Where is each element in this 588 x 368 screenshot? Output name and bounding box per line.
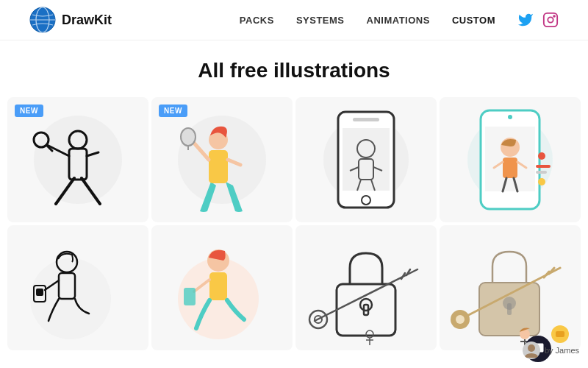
illustrations-grid: NEW NEW [0,97,588,350]
svg-point-82 [528,344,535,352]
svg-point-43 [538,152,545,160]
svg-rect-3 [544,13,557,26]
page-title-area: All free illustrations [0,40,588,97]
svg-point-6 [34,116,122,204]
illus-8 [444,225,576,350]
new-badge-1: NEW [15,105,43,117]
attribution-text: by James [545,346,579,355]
logo-text: DrawKit [62,13,112,28]
svg-point-35 [508,115,512,119]
svg-point-19 [181,128,196,146]
logo[interactable]: DrawKit [29,7,112,33]
illus-3 [300,97,432,222]
svg-rect-38 [503,158,517,178]
social-icons [517,12,559,28]
svg-rect-71 [507,303,512,315]
nav-animations[interactable]: ANIMATIONS [367,15,430,26]
svg-rect-52 [36,289,43,296]
nav-custom[interactable]: CUSTOM [452,15,495,26]
illustration-card-6[interactable] [151,225,293,350]
illustration-card-3[interactable] [295,97,437,222]
illustration-card-5[interactable] [7,225,148,350]
svg-point-5 [553,15,555,17]
svg-rect-45 [536,171,547,174]
illus-5 [12,225,144,350]
svg-rect-55 [209,272,227,300]
header: DrawKit PACKS SYSTEMS ANIMATIONS CUSTOM [0,0,588,40]
logo-globe-icon [29,7,56,33]
illustration-card-7[interactable] [295,225,437,350]
illustration-card-2[interactable]: NEW [151,97,293,222]
illus-6 [156,225,288,350]
illustration-card-8[interactable] [440,225,581,350]
twitter-icon[interactable] [517,12,534,28]
svg-point-4 [548,17,553,22]
illustration-card-4[interactable] [440,97,581,222]
page-title: All free illustrations [0,59,588,82]
instagram-icon[interactable] [542,12,559,28]
nav-systems[interactable]: SYSTEMS [296,15,345,26]
svg-rect-44 [536,165,551,168]
main-nav: PACKS SYSTEMS ANIMATIONS CUSTOM [240,12,559,28]
svg-rect-57 [184,288,196,305]
attribution: by James [523,342,579,359]
illus-4 [444,97,576,222]
svg-rect-24 [353,118,379,121]
illus-7 [300,225,432,350]
nav-packs[interactable]: PACKS [240,15,274,26]
svg-point-74 [456,315,465,324]
illustration-card-1[interactable]: NEW [7,97,148,222]
svg-rect-81 [556,331,564,337]
svg-point-46 [538,178,545,185]
svg-rect-16 [209,150,228,183]
new-badge-2: NEW [159,105,187,117]
avatar [523,342,540,359]
